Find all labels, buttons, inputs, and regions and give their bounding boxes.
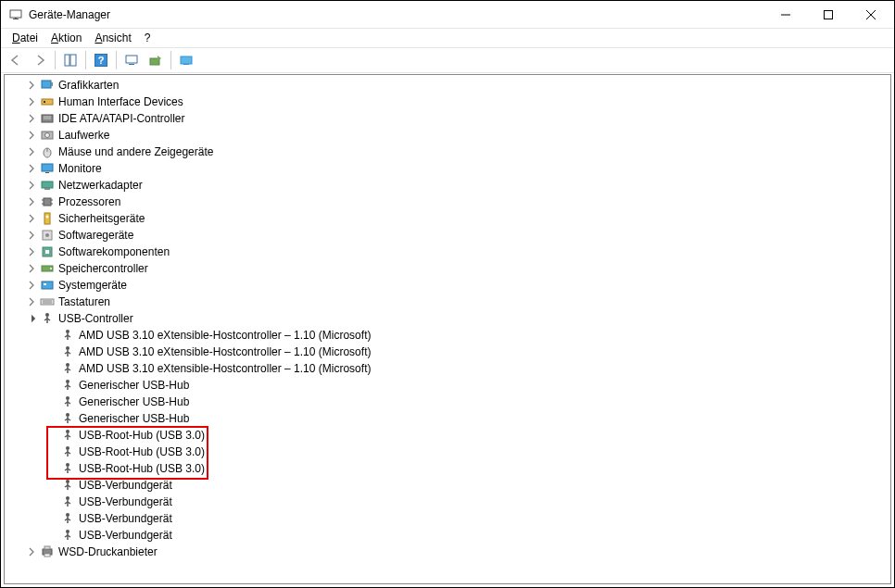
category-node-usb[interactable]: USB-Controller [5,310,890,327]
device-node[interactable]: USB-Root-Hub (USB 3.0) [5,460,890,477]
expand-placeholder [45,512,58,525]
usb-icon [60,344,75,359]
svg-rect-12 [129,64,134,65]
expand-placeholder [45,462,58,475]
expand-icon[interactable] [25,162,38,175]
menu-view[interactable]: Ansicht [89,31,136,45]
category-label: IDE ATA/ATAPI-Controller [58,112,184,125]
svg-rect-2 [15,18,17,19]
category-node[interactable]: Monitore [5,160,890,177]
svg-rect-18 [42,99,53,105]
ide-icon [40,111,55,126]
device-label: USB-Root-Hub (USB 3.0) [79,445,205,458]
minimize-button[interactable] [764,1,807,28]
expand-icon[interactable] [25,95,38,108]
forward-button[interactable] [29,50,51,70]
category-node[interactable]: Softwarekomponenten [5,244,890,260]
expand-placeholder [45,362,58,375]
svg-point-57 [66,346,69,350]
expand-placeholder [45,445,58,458]
usb-icon [60,378,75,393]
expand-icon[interactable] [25,212,38,225]
category-label: Grafikkarten [58,79,119,92]
expand-icon[interactable] [25,112,38,125]
menu-file[interactable]: Datei [6,31,44,45]
expand-icon[interactable] [25,262,38,275]
toolbar-divider [116,51,117,69]
svg-point-81 [66,446,69,450]
svg-rect-14 [181,56,192,64]
expand-icon[interactable] [25,145,38,158]
category-node[interactable]: Sicherheitsgeräte [5,210,890,227]
device-label: USB-Verbundgerät [79,529,172,542]
category-node[interactable]: Systemgeräte [5,277,890,294]
device-node[interactable]: AMD USB 3.10 eXtensible-Hostcontroller –… [5,327,890,344]
help-button[interactable]: ? [90,50,112,70]
expand-icon[interactable] [25,179,38,192]
expand-icon[interactable] [25,295,38,308]
back-button[interactable] [5,50,27,70]
category-node[interactable]: Speichercontroller [5,260,890,277]
device-node[interactable]: USB-Verbundgerät [5,527,890,544]
category-node[interactable]: Mäuse und andere Zeigegeräte [5,144,890,160]
category-node[interactable]: WSD-Druckanbieter [5,544,890,560]
svg-rect-1 [13,19,19,19]
category-node[interactable]: Netzwerkadapter [5,177,890,194]
category-node[interactable]: Softwaregeräte [5,227,890,244]
app-icon [8,7,23,22]
expand-icon[interactable] [25,245,38,258]
category-node[interactable]: IDE ATA/ATAPI-Controller [5,110,890,127]
device-node[interactable]: Generischer USB-Hub [5,394,890,410]
expand-icon[interactable] [25,229,38,242]
expand-icon[interactable] [25,79,38,92]
scan-hardware-button[interactable] [120,50,143,70]
cpu-icon [40,194,55,209]
category-node[interactable]: Human Interface Devices [5,94,890,110]
category-node[interactable]: Prozessoren [5,194,890,210]
device-node[interactable]: USB-Root-Hub (USB 3.0) [5,444,890,460]
svg-point-73 [66,413,69,417]
close-button[interactable] [850,1,892,28]
menu-help[interactable]: ? [139,31,157,45]
svg-point-97 [66,513,69,517]
device-node[interactable]: AMD USB 3.10 eXtensible-Hostcontroller –… [5,344,890,360]
collapse-icon[interactable] [25,312,38,325]
svg-rect-45 [44,283,46,285]
expand-placeholder [45,345,58,358]
svg-rect-7 [65,55,69,66]
device-tree[interactable]: Grafikkarten Human Interface Devices IDE… [4,74,891,584]
category-node[interactable]: Grafikkarten [5,77,890,94]
expand-icon[interactable] [25,545,38,558]
expand-icon[interactable] [25,195,38,208]
device-node[interactable]: Generischer USB-Hub [5,410,890,427]
device-node[interactable]: USB-Verbundgerät [5,494,890,510]
expand-placeholder [45,495,58,508]
update-driver-button[interactable] [145,50,167,70]
properties-button[interactable] [175,50,197,70]
disk-icon [40,128,55,143]
show-hide-tree-button[interactable] [59,50,82,70]
printer-icon [40,544,55,559]
category-node[interactable]: Laufwerke [5,127,890,144]
network-icon [40,178,55,193]
expand-icon[interactable] [25,129,38,142]
category-label: Softwarekomponenten [58,245,170,258]
svg-rect-41 [45,250,49,254]
expand-icon[interactable] [25,279,38,292]
device-node[interactable]: Generischer USB-Hub [5,377,890,394]
device-node[interactable]: USB-Verbundgerät [5,510,890,527]
device-node[interactable]: AMD USB 3.10 eXtensible-Hostcontroller –… [5,360,890,377]
category-label: Systemgeräte [58,279,127,292]
svg-rect-17 [51,82,53,86]
usb-icon [60,411,75,426]
svg-point-24 [45,133,50,138]
menu-action[interactable]: Aktion [45,31,87,45]
maximize-button[interactable] [807,1,850,28]
svg-point-61 [66,363,69,367]
toolbar-divider [85,51,86,69]
expand-placeholder [45,379,58,392]
device-node[interactable]: USB-Root-Hub (USB 3.0) [5,427,890,444]
category-node[interactable]: Tastaturen [5,294,890,310]
device-node[interactable]: USB-Verbundgerät [5,477,890,494]
keyboard-icon [40,294,55,309]
